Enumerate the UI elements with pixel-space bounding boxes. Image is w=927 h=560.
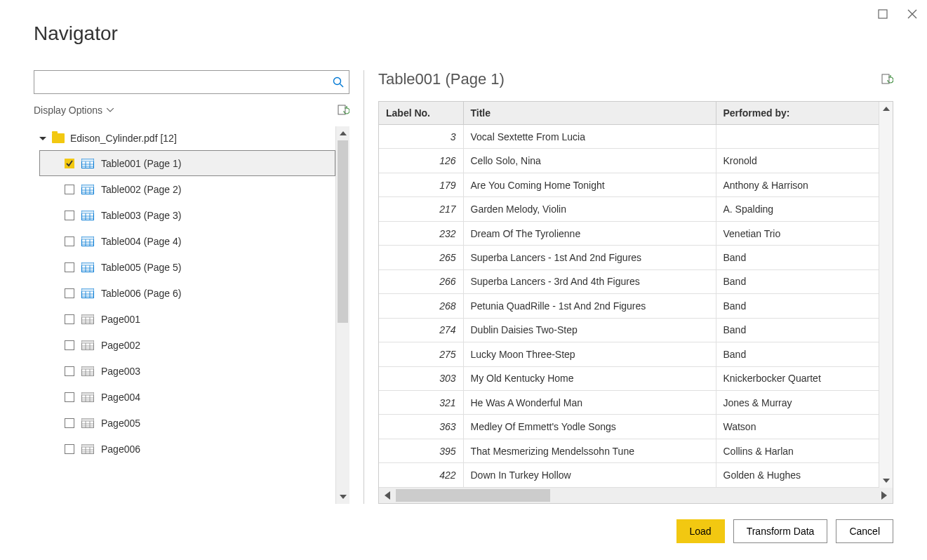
table-row[interactable]: 321 He Was A Wonderful Man Jones & Murra…: [379, 390, 879, 414]
search-icon[interactable]: [328, 76, 349, 88]
svg-rect-6: [82, 185, 94, 187]
table-row[interactable]: 303 My Old Kentucky Home Knickerbocker Q…: [379, 366, 879, 390]
tree-item-label: Table004 (Page 4): [101, 236, 181, 247]
titlebar: [876, 0, 927, 28]
tree-folder-root[interactable]: Edison_Cylinder.pdf [12]: [39, 126, 335, 150]
cell-label-no: 3: [379, 125, 463, 149]
table-row[interactable]: 217 Garden Melody, Violin A. Spalding: [379, 197, 879, 221]
table-row[interactable]: 179 Are You Coming Home Tonight Anthony …: [379, 173, 879, 196]
cell-performed-by: Golden & Hughes: [716, 463, 879, 488]
svg-rect-22: [82, 392, 94, 395]
scroll-down-icon[interactable]: [336, 490, 349, 504]
tree-scrollbar[interactable]: [335, 126, 349, 504]
table-row[interactable]: 268 Petunia QuadRille - 1st And 2nd Figu…: [379, 294, 879, 318]
column-header[interactable]: Label No.: [379, 102, 463, 125]
footer: Load Transform Data Cancel: [676, 519, 893, 543]
tree-item-table003-page-3-[interactable]: Table003 (Page 3): [39, 202, 335, 228]
table-row[interactable]: 232 Dream Of The Tyrolienne Venetian Tri…: [379, 221, 879, 245]
table-row[interactable]: 274 Dublin Daisies Two-Step Band: [379, 318, 879, 342]
svg-rect-27: [882, 74, 889, 84]
cancel-button[interactable]: Cancel: [836, 519, 893, 543]
checkbox[interactable]: [65, 159, 74, 168]
preview-table: Label No.TitlePerformed by: 3 Vocal Sext…: [379, 102, 879, 488]
page-icon: [81, 340, 94, 350]
hscroll-track[interactable]: [396, 488, 876, 503]
cell-title: Cello Solo, Nina: [463, 149, 716, 173]
svg-rect-0: [879, 10, 887, 18]
page-icon: [81, 392, 94, 402]
transform-data-button[interactable]: Transform Data: [733, 519, 828, 543]
cell-label-no: 268: [379, 294, 463, 318]
tree-item-table005-page-5-[interactable]: Table005 (Page 5): [39, 254, 335, 280]
scroll-up-icon[interactable]: [879, 102, 893, 116]
tree-item-page003[interactable]: Page003: [39, 358, 335, 384]
tree-item-label: Table005 (Page 5): [101, 262, 181, 273]
checkbox[interactable]: [65, 211, 74, 220]
scroll-up-icon[interactable]: [336, 126, 349, 140]
tree-item-page002[interactable]: Page002: [39, 332, 335, 358]
table-row[interactable]: 363 Medley Of Emmett's Yodle Songs Watso…: [379, 415, 879, 439]
table-row[interactable]: 266 Superba Lancers - 3rd And 4th Figure…: [379, 269, 879, 293]
display-options-label: Display Options: [34, 105, 102, 116]
cell-title: Dublin Daisies Two-Step: [463, 318, 716, 342]
scroll-right-icon[interactable]: [876, 488, 893, 503]
table-row[interactable]: 126 Cello Solo, Nina Kronold: [379, 149, 879, 173]
caret-down-icon[interactable]: [39, 137, 46, 140]
cell-performed-by: A. Spalding: [716, 197, 879, 221]
cell-title: Down In Turkey Hollow: [463, 463, 716, 488]
checkbox[interactable]: [65, 392, 74, 402]
tree-item-table006-page-6-[interactable]: Table006 (Page 6): [39, 280, 335, 306]
checkbox[interactable]: [65, 288, 74, 298]
tree-item-page001[interactable]: Page001: [39, 306, 335, 332]
cell-performed-by: Jones & Murray: [716, 390, 879, 414]
tree-item-table001-page-1-[interactable]: Table001 (Page 1): [39, 150, 335, 176]
checkbox[interactable]: [65, 236, 74, 246]
checkbox[interactable]: [65, 314, 74, 324]
table-row[interactable]: 275 Lucky Moon Three-Step Band: [379, 342, 879, 366]
grid-horizontal-scrollbar[interactable]: [379, 488, 893, 503]
navigator-tree: Edison_Cylinder.pdf [12] Table001 (Page …: [34, 126, 335, 504]
tree-item-label: Page002: [101, 340, 140, 351]
body: Display Options Edison_Cylinder.pdf [12]: [34, 70, 893, 504]
cell-performed-by: Anthony & Harrison: [716, 173, 879, 196]
tree-item-page006[interactable]: Page006: [39, 436, 335, 462]
tree-item-table002-page-2-[interactable]: Table002 (Page 2): [39, 176, 335, 202]
svg-rect-24: [82, 418, 94, 421]
svg-point-1: [334, 78, 341, 85]
search-input[interactable]: [34, 76, 328, 88]
search-box[interactable]: [34, 70, 349, 94]
checkbox[interactable]: [65, 262, 74, 272]
scroll-thumb[interactable]: [338, 140, 348, 323]
preview-title: Table001 (Page 1): [378, 70, 505, 88]
cell-label-no: 265: [379, 246, 463, 269]
grid-vertical-scrollbar[interactable]: [879, 102, 893, 488]
checkbox[interactable]: [65, 418, 74, 428]
display-options-dropdown[interactable]: Display Options: [34, 105, 114, 116]
hscroll-thumb[interactable]: [396, 489, 550, 502]
load-button[interactable]: Load: [676, 519, 725, 543]
scroll-left-icon[interactable]: [379, 488, 396, 503]
tree-item-page005[interactable]: Page005: [39, 410, 335, 436]
page-icon: [81, 444, 94, 454]
tree-item-label: Table003 (Page 3): [101, 210, 181, 221]
close-button[interactable]: [906, 8, 919, 20]
preview-refresh-icon[interactable]: [881, 73, 893, 86]
table-row[interactable]: 395 That Mesmerizing Mendelssohn Tune Co…: [379, 439, 879, 462]
column-header[interactable]: Title: [463, 102, 716, 125]
checkbox[interactable]: [65, 185, 74, 194]
table-icon: [81, 262, 94, 272]
checkbox[interactable]: [65, 366, 74, 376]
cell-performed-by: Knickerbocker Quartet: [716, 366, 879, 390]
tree-item-table004-page-4-[interactable]: Table004 (Page 4): [39, 228, 335, 254]
checkbox[interactable]: [65, 340, 74, 350]
scroll-down-icon[interactable]: [879, 474, 893, 488]
table-row[interactable]: 422 Down In Turkey Hollow Golden & Hughe…: [379, 463, 879, 488]
refresh-icon[interactable]: [337, 104, 349, 116]
tree-item-page004[interactable]: Page004: [39, 384, 335, 410]
page-icon: [81, 314, 94, 324]
column-header[interactable]: Performed by:: [716, 102, 879, 125]
maximize-button[interactable]: [876, 8, 889, 20]
checkbox[interactable]: [65, 444, 74, 454]
table-row[interactable]: 3 Vocal Sextette From Lucia: [379, 125, 879, 149]
table-row[interactable]: 265 Superba Lancers - 1st And 2nd Figure…: [379, 246, 879, 269]
